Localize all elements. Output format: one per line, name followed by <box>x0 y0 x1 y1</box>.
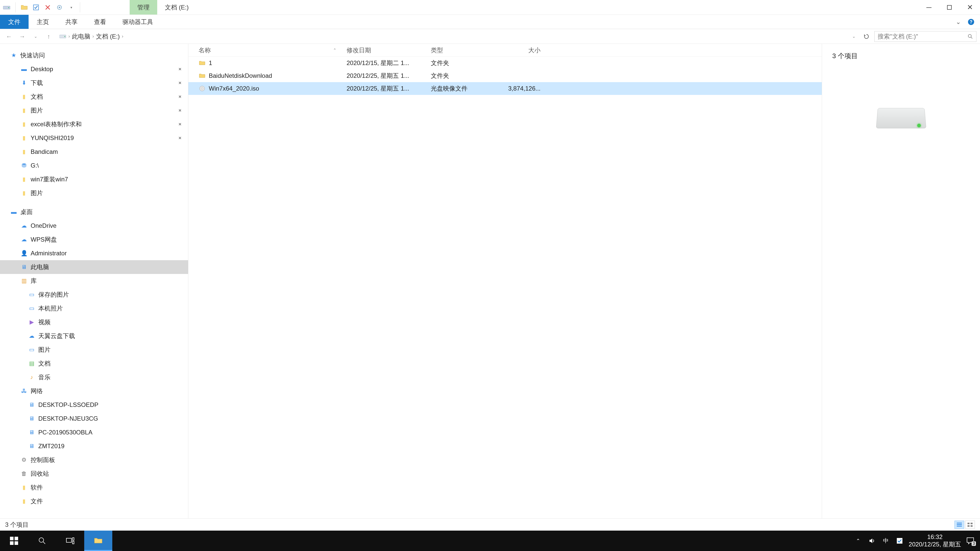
taskbar-explorer-button[interactable] <box>84 530 112 551</box>
tree-lib-music[interactable]: ♪ 音乐 <box>0 370 188 384</box>
open-folder-icon[interactable] <box>20 3 28 11</box>
tree-quick-access[interactable]: ★ 快速访问 <box>0 48 188 62</box>
search-input[interactable] <box>878 33 967 40</box>
qat-dropdown-icon[interactable]: ▾ <box>67 3 75 11</box>
tree-pictures[interactable]: ▮ 图片 ✦ <box>0 103 188 118</box>
tree-lib-docs[interactable]: ▤ 文档 <box>0 357 188 370</box>
search-icon[interactable] <box>967 34 973 39</box>
nav-forward-button[interactable]: → <box>17 31 27 42</box>
crumb-drive[interactable]: 文档 (E:) <box>96 32 120 41</box>
search-box[interactable] <box>874 31 977 42</box>
tray-ime-icon[interactable]: 中 <box>881 536 891 545</box>
tree-label: excel表格制作求和 <box>30 120 82 128</box>
tree-gdrive[interactable]: ⛃ G:\ <box>0 159 188 172</box>
file-list[interactable]: 名称 ⌃ 修改日期 类型 大小 1 2020/12/15, 星期二 1... 文… <box>188 44 822 518</box>
ribbon-tab-view[interactable]: 查看 <box>86 15 115 29</box>
tree-net3[interactable]: 🖥 PC-20190530OBLA <box>0 426 188 439</box>
nav-up-button[interactable]: ↑ <box>43 31 54 42</box>
list-header[interactable]: 名称 ⌃ 修改日期 类型 大小 <box>188 44 822 57</box>
close-button[interactable]: ✕ <box>959 0 980 14</box>
recycle-icon: 🗑 <box>21 470 27 477</box>
pin-icon: ✦ <box>176 106 183 114</box>
tree-onedrive[interactable]: ☁ OneDrive <box>0 219 188 233</box>
view-icons-button[interactable] <box>965 521 975 529</box>
ribbon-tab-file[interactable]: 文件 <box>0 15 29 29</box>
tree-admin[interactable]: 👤 Administrator <box>0 246 188 260</box>
col-header-size[interactable]: 大小 <box>495 46 541 54</box>
tree-label: G:\ <box>30 162 39 169</box>
tray-volume-icon[interactable] <box>867 536 877 545</box>
explorer-window: ▾ 管理 文档 (E:) ─ ✕ 文件 主页 共享 查看 驱动器工具 ⌄ ? <box>0 0 980 551</box>
tree-libraries[interactable]: ▥ 库 <box>0 274 188 288</box>
address-dropdown-icon[interactable]: ⌄ <box>848 31 859 42</box>
ribbon-tab-drive-tools[interactable]: 驱动器工具 <box>115 15 161 29</box>
task-view-button[interactable] <box>56 530 84 551</box>
taskbar-search-button[interactable] <box>28 530 56 551</box>
list-item[interactable]: BaiduNetdiskDownload 2020/12/25, 星期五 1..… <box>188 69 822 82</box>
col-header-type[interactable]: 类型 <box>431 46 495 54</box>
app-icon[interactable] <box>3 3 11 11</box>
tree-desktop[interactable]: ▬ Desktop ✦ <box>0 62 188 76</box>
nav-tree[interactable]: ★ 快速访问 ▬ Desktop ✦ ⬇ 下载 ✦ ▮ 文档 ✦ ▮ 图片 ✦ <box>0 44 188 518</box>
col-header-name[interactable]: 名称 ⌃ <box>199 46 347 54</box>
tree-files[interactable]: ▮ 文件 <box>0 494 188 508</box>
svg-rect-20 <box>10 537 14 540</box>
tree-net4[interactable]: 🖥 ZMT2019 <box>0 439 188 453</box>
nav-recent-dropdown[interactable]: ⌄ <box>30 31 41 42</box>
tray-security-icon[interactable] <box>895 536 904 545</box>
list-item[interactable]: 1 2020/12/15, 星期二 1... 文件夹 <box>188 57 822 69</box>
refresh-icon[interactable] <box>861 31 872 42</box>
tree-excel[interactable]: ▮ excel表格制作求和 ✦ <box>0 118 188 131</box>
properties-checkbox-icon[interactable] <box>32 3 40 11</box>
tray-action-center-icon[interactable]: 3 <box>966 536 975 545</box>
tree-desktop-section[interactable]: ▬ 桌面 <box>0 205 188 219</box>
ribbon-help-icon[interactable]: ? <box>967 18 975 26</box>
tree-documents[interactable]: ▮ 文档 ✦ <box>0 90 188 103</box>
gear-icon[interactable] <box>56 3 64 11</box>
network-icon: 🖧 <box>21 387 27 395</box>
tree-network[interactable]: 🖧 网络 <box>0 384 188 398</box>
tree-camera-roll[interactable]: ▭ 本机照片 <box>0 302 188 315</box>
tree-control-panel[interactable]: ⚙ 控制面板 <box>0 453 188 467</box>
tree-software[interactable]: ▮ 软件 <box>0 481 188 494</box>
status-text: 3 个项目 <box>5 521 29 529</box>
tree-downloads[interactable]: ⬇ 下载 ✦ <box>0 76 188 90</box>
nav-back-button[interactable]: ← <box>3 31 14 42</box>
svg-rect-14 <box>957 524 962 525</box>
svg-point-10 <box>968 35 971 38</box>
tree-this-pc[interactable]: 🖥 此电脑 <box>0 260 188 274</box>
tree-saved-pics[interactable]: ▭ 保存的图片 <box>0 288 188 302</box>
breadcrumb[interactable]: › 此电脑 › 文档 (E:) › <box>57 32 846 41</box>
tree-tianyi[interactable]: ☁ 天翼云盘下载 <box>0 329 188 343</box>
crumb-sep-icon: › <box>92 34 94 39</box>
tray-time: 16:32 <box>909 534 961 541</box>
maximize-button[interactable] <box>939 0 959 14</box>
contextual-tab-manage[interactable]: 管理 <box>130 0 157 14</box>
folder-icon: ▮ <box>21 107 27 114</box>
tree-net2[interactable]: 🖥 DESKTOP-NJEU3CG <box>0 412 188 426</box>
tree-win7reinstall[interactable]: ▮ win7重装win7 <box>0 172 188 186</box>
col-header-date[interactable]: 修改日期 <box>347 46 431 54</box>
start-button[interactable] <box>0 530 28 551</box>
ribbon-tab-share[interactable]: 共享 <box>57 15 86 29</box>
tree-lib-pictures[interactable]: ▭ 图片 <box>0 343 188 357</box>
tree-label: 网络 <box>30 387 43 395</box>
tree-videos[interactable]: ▶ 视频 <box>0 315 188 329</box>
tree-label: Desktop <box>30 65 53 73</box>
tree-wps[interactable]: ☁ WPS网盘 <box>0 233 188 246</box>
tree-yunqishi[interactable]: ▮ YUNQISHI2019 ✦ <box>0 131 188 145</box>
tree-pictures2[interactable]: ▮ 图片 <box>0 186 188 200</box>
tray-overflow-icon[interactable]: ⌃ <box>854 536 863 545</box>
ribbon-expand-icon[interactable]: ⌄ <box>955 18 962 26</box>
tree-recycle[interactable]: 🗑 回收站 <box>0 467 188 481</box>
ribbon-tab-home[interactable]: 主页 <box>29 15 57 29</box>
close-red-icon[interactable] <box>44 3 52 11</box>
list-item-selected[interactable]: Win7x64_2020.iso 2020/12/25, 星期五 1... 光盘… <box>188 82 822 95</box>
tray-clock[interactable]: 16:32 2020/12/25, 星期五 <box>909 534 961 548</box>
minimize-button[interactable]: ─ <box>919 0 939 14</box>
crumb-this-pc[interactable]: 此电脑 <box>72 32 90 41</box>
tree-net1[interactable]: 🖥 DESKTOP-LSSOEDP <box>0 398 188 412</box>
cloud-download-icon: ☁ <box>28 332 35 340</box>
view-details-button[interactable] <box>955 521 964 529</box>
tree-bandicam[interactable]: ▮ Bandicam <box>0 145 188 159</box>
